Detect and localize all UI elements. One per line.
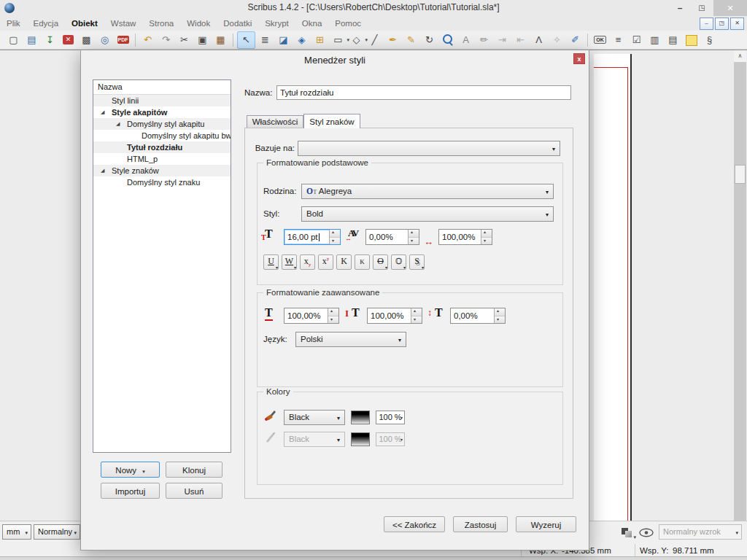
- open-document-icon[interactable]: ▤: [23, 32, 40, 48]
- cut-icon[interactable]: ✂: [176, 32, 193, 48]
- font-size-spinbox[interactable]: 16,00 pt: [284, 229, 341, 245]
- vertical-scrollbar[interactable]: ∧: [734, 50, 746, 521]
- undo-icon[interactable]: ↶: [139, 32, 156, 48]
- preflight-verifier-icon[interactable]: ◎: [96, 32, 113, 48]
- new-document-icon[interactable]: ▢: [5, 32, 22, 48]
- tree-item-styl-linii[interactable]: Styl linii: [93, 95, 231, 106]
- redo-icon[interactable]: ↷: [158, 32, 174, 48]
- zoom-level-select[interactable]: Normalny: [34, 524, 80, 540]
- shadow-button[interactable]: S: [409, 254, 425, 270]
- tree-item-style-akapitow[interactable]: ◢ Style akapitów: [93, 106, 231, 118]
- spinner-buttons[interactable]: [494, 308, 505, 323]
- strikethrough-button[interactable]: O: [373, 254, 388, 270]
- insert-shape-icon[interactable]: ▭: [330, 32, 347, 48]
- spinner-buttons[interactable]: [411, 308, 422, 323]
- style-name-input[interactable]: Tytuł rozdziału: [276, 85, 571, 100]
- paste-icon[interactable]: ▦: [212, 32, 229, 48]
- minimize-button[interactable]: –: [670, 0, 690, 16]
- insert-render-frame-icon[interactable]: ◈: [293, 32, 310, 48]
- spinner-buttons[interactable]: [329, 230, 340, 244]
- fill-shade-button[interactable]: 100 %: [376, 411, 405, 424]
- pdf-combobox-icon[interactable]: ▥: [646, 32, 663, 48]
- story-editor-icon[interactable]: ✏: [476, 32, 492, 48]
- mdi-minimize-button[interactable]: –: [700, 18, 713, 30]
- mdi-restore-button[interactable]: ◳: [715, 18, 729, 30]
- based-on-select[interactable]: [298, 141, 560, 156]
- insert-table-icon[interactable]: ⊞: [311, 32, 328, 48]
- unit-select[interactable]: mm: [2, 524, 31, 540]
- menu-pomoc[interactable]: Pomoc: [328, 16, 368, 31]
- mdi-close-button[interactable]: ✕: [730, 18, 744, 30]
- tab-wlasciwosci[interactable]: Właściwości: [247, 115, 303, 128]
- pdf-text-annotation-icon[interactable]: [683, 32, 700, 48]
- menu-strona[interactable]: Strona: [142, 16, 180, 31]
- menu-widok[interactable]: Widok: [180, 16, 217, 31]
- h-scale-spinbox[interactable]: 100,00%: [284, 308, 339, 324]
- language-select[interactable]: Polski: [295, 332, 406, 347]
- baseline-offset-spinbox[interactable]: 0,00%: [450, 308, 506, 324]
- menu-edycja[interactable]: Edycja: [27, 16, 66, 31]
- save-document-icon[interactable]: ↧: [42, 32, 58, 48]
- zakoncz-button[interactable]: << Zakończ: [384, 516, 445, 532]
- menu-dodatki[interactable]: Dodatki: [217, 16, 258, 31]
- zoom-icon[interactable]: [439, 32, 456, 48]
- select-item-icon[interactable]: ↖: [237, 31, 255, 49]
- insert-line-icon[interactable]: ╱: [366, 32, 383, 48]
- insert-bezier-icon[interactable]: ✒: [384, 32, 401, 48]
- pdf-checkbox-icon[interactable]: ☑: [628, 32, 645, 48]
- insert-text-frame-icon[interactable]: ≣: [257, 32, 274, 48]
- fill-color-select[interactable]: Black: [284, 410, 345, 425]
- spinner-buttons[interactable]: [408, 230, 419, 244]
- tree-item-domyslny-styl-akapitu-bw[interactable]: Domyślny styl akapitu bw: [93, 130, 231, 141]
- tab-styl-znakow[interactable]: Styl znaków: [303, 114, 360, 128]
- font-style-select[interactable]: Bold: [301, 206, 554, 222]
- menu-plik[interactable]: Plik: [0, 16, 27, 31]
- tree-item-domyslny-styl-znaku[interactable]: Domyślny styl znaku: [93, 176, 231, 188]
- pdf-listbox-icon[interactable]: ▤: [665, 32, 681, 48]
- dialog-close-button[interactable]: x: [573, 53, 585, 64]
- rotate-item-icon[interactable]: ↻: [421, 32, 438, 48]
- font-family-select[interactable]: OT Alegreya: [301, 184, 554, 199]
- v-scale-spinbox[interactable]: 100,00%: [367, 308, 422, 324]
- eye-dropper-icon[interactable]: ✐: [567, 32, 584, 48]
- importuj-button[interactable]: Importuj: [101, 483, 160, 499]
- width-scale-spinbox[interactable]: 100,00%: [438, 229, 492, 245]
- tree-item-domyslny-styl-akapitu[interactable]: ◢ Domyślny styl akapitu: [93, 118, 231, 130]
- menu-obiekt[interactable]: Obiekt: [65, 16, 104, 31]
- menu-skrypt[interactable]: Skrypt: [258, 16, 295, 31]
- underline-words-button[interactable]: W: [282, 254, 297, 270]
- print-icon[interactable]: ▩: [78, 32, 95, 48]
- pdf-push-button-icon[interactable]: OK: [592, 32, 608, 48]
- tracking-spinbox[interactable]: 0,00%: [365, 229, 419, 245]
- scroll-up-button[interactable]: ∧: [734, 50, 746, 62]
- tree-item-tytul-rozdzialu[interactable]: Tytuł rozdziału: [93, 141, 231, 153]
- copy-icon[interactable]: ▣: [194, 32, 211, 48]
- restore-button[interactable]: ◳: [692, 0, 712, 16]
- klonuj-button[interactable]: Klonuj: [166, 462, 222, 478]
- wyzeruj-button[interactable]: Wyzeruj: [516, 516, 576, 532]
- tree-expander-icon[interactable]: ◢: [101, 106, 112, 118]
- spinner-buttons[interactable]: [328, 308, 338, 323]
- underline-button[interactable]: U: [263, 254, 279, 270]
- insert-image-frame-icon[interactable]: ◪: [275, 32, 292, 48]
- preview-eye-icon[interactable]: [639, 528, 654, 540]
- insert-polygon-icon[interactable]: ◇: [348, 32, 365, 48]
- small-caps-button[interactable]: K: [355, 254, 370, 270]
- edit-contents-icon[interactable]: A: [457, 32, 474, 48]
- zastosuj-button[interactable]: Zastosuj: [453, 516, 508, 532]
- nowy-button[interactable]: Nowy▾: [101, 462, 160, 478]
- spinner-buttons[interactable]: [481, 230, 492, 244]
- scrollbar-thumb[interactable]: [735, 165, 746, 184]
- superscript-button[interactable]: xy: [318, 254, 333, 270]
- image-quality-icon[interactable]: [622, 528, 635, 538]
- visual-appearance-select[interactable]: Normalny wzrok: [659, 524, 742, 540]
- tree-item-html-p[interactable]: HTML_p: [93, 153, 231, 165]
- subscript-button[interactable]: xy: [300, 254, 315, 270]
- tree-expander-icon[interactable]: ◢: [101, 165, 112, 176]
- menu-wstaw[interactable]: Wstaw: [104, 16, 143, 31]
- pdf-text-field-icon[interactable]: ≡: [610, 32, 627, 48]
- close-button[interactable]: ✕: [713, 0, 747, 16]
- tree-expander-icon[interactable]: ◢: [116, 118, 127, 130]
- outline-button[interactable]: O: [391, 254, 406, 270]
- menu-okna[interactable]: Okna: [295, 16, 329, 31]
